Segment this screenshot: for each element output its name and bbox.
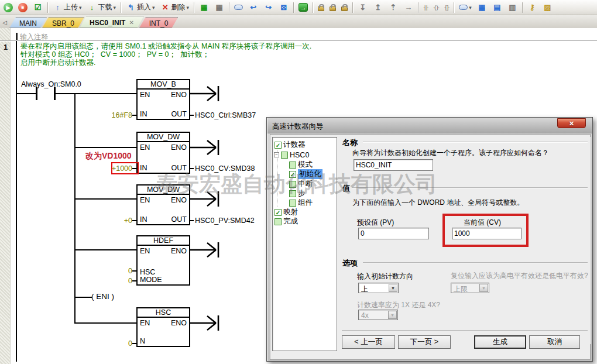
undo-button[interactable]: ↩ [246,2,260,13]
operand-value[interactable]: +1000 [97,164,132,173]
redo-button[interactable]: ↪ [262,2,275,13]
pin-eno-label: ENO [171,247,187,255]
tab-scroll-left-icon[interactable]: ◁ [0,19,9,28]
checkbox-icon[interactable] [289,200,296,207]
network-comment-line[interactable]: 针对模式 0 组态 HC0； CV = 1000； PV = 0； 加计数； [20,51,210,59]
password-button[interactable]: ⚷ [526,2,539,13]
tab-int0[interactable]: INT_0 [139,17,179,28]
insert-box-button[interactable]: -[ ]- [442,4,451,11]
instruction-block-movb[interactable]: MOV_B EN ENO IN OUT [136,79,190,120]
operand-value[interactable]: +0 [97,217,132,225]
upload-caret-icon[interactable]: ▾ [79,5,82,11]
rung-wire [75,249,136,250]
insert-icon: ↰ [126,3,136,12]
play-icon: ▶ [4,3,13,12]
expander-minus-icon[interactable]: − [274,152,279,157]
download-button[interactable]: ↓ 下载 ▾ [85,2,118,13]
upload-button[interactable]: ↑ 上传 ▾ [51,2,84,13]
checkbox-icon[interactable] [281,152,288,159]
operand-value[interactable]: 0 [115,267,132,275]
run-subroutine-button[interactable]: → [297,2,310,12]
operand-address[interactable]: HSC0_Ctrl:SMB37 [195,111,256,119]
tree-item-mapping[interactable]: ✓ 映射 [275,208,298,217]
tab-close-icon[interactable]: ✕ [129,19,133,26]
pin-out-label: OUT [171,215,187,224]
instruction-block-hsc[interactable]: HSC EN ENO N [136,307,190,347]
network-number: 1 [4,43,8,51]
reset-level-combobox: 上限 ▼ [451,283,489,293]
pin-tick [132,280,136,281]
insert-caret-icon[interactable]: ▾ [152,5,155,11]
pou-gray-button[interactable]: ▦ [212,2,226,13]
dialog-title-bar[interactable]: 高速计数器向导 [267,118,592,133]
tab-main[interactable]: MAIN [9,17,47,28]
tab-hsc0-init[interactable]: HSC0_INIT ✕ [80,16,144,28]
pou-green-icon: ▦ [199,3,209,12]
contact-operand-label[interactable]: Always_On:SM0.0 [21,80,81,88]
tree-item-components[interactable]: 组件 [289,198,313,207]
symbol-table-button[interactable]: ▦ [475,2,489,13]
compile-button[interactable]: ☑ [31,2,44,13]
pin-en-label: EN [140,143,150,152]
contact-bar[interactable] [36,87,37,100]
lock-button[interactable] [316,3,326,12]
tab-sbr0[interactable]: SBR_0 [42,17,84,28]
new-network-button[interactable] [232,4,245,11]
subroutine-name-input[interactable] [354,159,433,171]
status-chart-button[interactable]: ▤ [490,2,504,13]
dialog-close-button[interactable]: ✕ [557,118,586,128]
cancel-button[interactable]: 取消 [529,335,580,349]
combobox-arrow-icon[interactable]: ▼ [389,284,397,292]
insert-coil-button[interactable]: -( )- [431,4,441,11]
count-direction-label: 输入初始计数方向 [357,272,413,281]
checkbox-icon[interactable] [289,162,296,169]
operand-value[interactable]: 0 [115,277,132,285]
insert-button[interactable]: ↰ 插入 ▾ [124,2,157,13]
insert-label: 插入 [137,2,151,12]
pou-view-button[interactable]: ▦ [197,2,211,13]
instruction-block-movdw-cv[interactable]: MOV_DW EN ENO IN OUT [136,132,190,174]
operand-address[interactable]: HSC0_PV:SMD42 [195,217,255,225]
network-comment-line[interactable]: 要在程序内启用该组态，请使用 SM0.1 或沿触发指令从 MAIN 程序块将该子… [20,43,311,51]
checkbox-checked-icon[interactable]: ✓ [275,142,282,149]
download-caret-icon[interactable]: ▾ [114,5,116,11]
insert-contact-button[interactable]: -| |- [421,4,430,11]
run-button[interactable]: ▶ [2,2,15,13]
unlock-button[interactable] [328,3,338,12]
prev-page-button[interactable]: < 上一页 [342,335,395,349]
line-up-button[interactable]: ⇡ [386,2,400,13]
network-comment-line[interactable]: 启用中断并启动计数器. [20,59,95,67]
tree-item-finish[interactable]: 完成 [275,217,298,226]
undo-icon: ↩ [248,3,258,12]
operand-value[interactable]: 16#F8 [97,111,132,119]
delete-network-button[interactable]: ⊠ [277,2,290,13]
pin-tick [132,115,136,116]
eni-coil[interactable]: ( ENI ) [91,292,114,301]
line-up-icon: ⇡ [388,3,398,12]
generate-button[interactable]: 生成 [474,335,526,349]
operand-value[interactable]: 0 [115,339,132,348]
toolbar-separator [418,2,418,13]
properties-button[interactable]: ▨ [541,2,554,13]
lock-add-button[interactable] [339,3,349,12]
pin-tick [132,168,136,169]
cross-reference-button[interactable]: ▥ [506,2,519,13]
address-tag-caret-icon[interactable]: ▾ [469,5,472,11]
checkbox-icon[interactable] [275,218,282,225]
branch-up-button[interactable]: ↥ [371,2,385,13]
tree-item-counter[interactable]: ✓ 计数器 [275,140,306,149]
delete-caret-icon[interactable]: ▾ [187,5,190,11]
instruction-block-hdef[interactable]: HDEF EN ENO HSC MODE [136,235,190,286]
tree-item-hsc0[interactable]: − HSC0 [274,150,309,159]
next-page-button[interactable]: 下一页 > [398,335,451,349]
address-tag-button[interactable]: ▾ [457,4,474,11]
count-direction-combobox[interactable]: 上 ▼ [358,283,399,293]
branch-down-button[interactable]: ↧ [356,2,369,13]
checkbox-checked-icon[interactable]: ✓ [275,209,282,216]
delete-button[interactable]: ✕ 删除 ▾ [159,2,191,13]
line-right-button[interactable]: → [402,2,415,13]
pin-eno-label: ENO [171,91,187,99]
tree-item-mode[interactable]: 模式 [289,160,313,169]
stop-button[interactable]: ■ [16,2,29,13]
pv-input[interactable] [358,228,429,239]
